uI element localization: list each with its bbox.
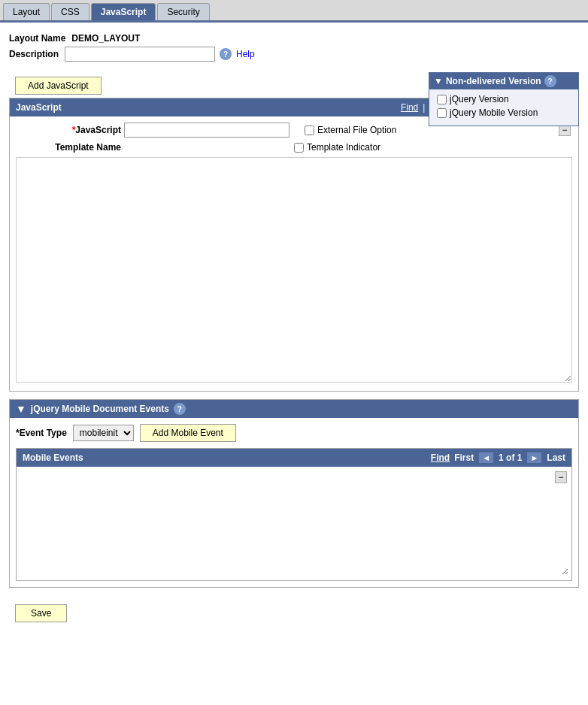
non-delivered-help-icon[interactable]: ? bbox=[544, 75, 556, 87]
jquery-mobile-help-icon[interactable]: ? bbox=[174, 403, 186, 415]
content-area: Layout Name DEMO_LAYOUT Description ? He… bbox=[0, 27, 588, 71]
layout-name-value: DEMO_LAYOUT bbox=[71, 33, 140, 44]
template-indicator-label: Template Indicator bbox=[307, 142, 380, 153]
non-delivered-box: ▼ Non-delivered Version ? jQuery Version… bbox=[429, 72, 579, 126]
mobile-events-body: − bbox=[17, 467, 571, 580]
layout-name-row: Layout Name DEMO_LAYOUT bbox=[9, 33, 579, 44]
non-delivered-title: Non-delivered Version bbox=[446, 76, 541, 86]
template-indicator-row: Template Indicator bbox=[294, 142, 380, 153]
jquery-mobile-section: ▼ jQuery Mobile Document Events ? *Event… bbox=[9, 399, 579, 588]
mobile-events-last-label: Last bbox=[547, 452, 565, 463]
javascript-section-body: − *JavaScript External File Option Templ… bbox=[10, 116, 578, 391]
main-sections: JavaScript Find | View All First ◄ 2 of … bbox=[0, 95, 588, 598]
jquery-mobile-version-checkbox[interactable] bbox=[437, 108, 447, 118]
javascript-input[interactable] bbox=[124, 123, 289, 138]
javascript-section: JavaScript Find | View All First ◄ 2 of … bbox=[9, 98, 579, 392]
javascript-textarea[interactable] bbox=[16, 157, 572, 383]
event-type-label: *Event Type bbox=[16, 428, 67, 438]
external-file-label: External File Option bbox=[317, 125, 396, 135]
mobile-events-section: Mobile Events Find First ◄ 1 of 1 ► Last… bbox=[16, 448, 572, 581]
tab-layout[interactable]: Layout bbox=[3, 3, 50, 20]
jquery-version-checkbox[interactable] bbox=[437, 95, 447, 104]
event-type-select[interactable]: mobileinit bbox=[73, 425, 134, 441]
description-label: Description bbox=[9, 49, 59, 59]
help-link[interactable]: Help bbox=[236, 49, 255, 59]
description-input[interactable] bbox=[65, 47, 215, 62]
tab-css[interactable]: CSS bbox=[51, 3, 89, 20]
tab-javascript[interactable]: JavaScript bbox=[91, 3, 156, 20]
mobile-events-find-link[interactable]: Find bbox=[431, 452, 450, 463]
mobile-events-first-label: First bbox=[454, 452, 474, 463]
external-file-checkbox[interactable] bbox=[305, 126, 314, 135]
javascript-field-label: *JavaScript bbox=[16, 125, 121, 135]
description-row: Description ? Help bbox=[9, 47, 579, 62]
event-type-row: *Event Type mobileinit Add Mobile Event bbox=[16, 424, 572, 442]
tabs-bar: Layout CSS JavaScript Security bbox=[0, 0, 588, 22]
template-name-row: Template Name Template Indicator bbox=[16, 142, 572, 153]
non-delivered-header: ▼ Non-delivered Version ? bbox=[429, 73, 578, 89]
description-help-icon[interactable]: ? bbox=[220, 48, 232, 60]
jquery-mobile-section-body: *Event Type mobileinit Add Mobile Event … bbox=[10, 418, 578, 587]
javascript-section-title: JavaScript bbox=[16, 102, 62, 113]
jquery-mobile-section-title: jQuery Mobile Document Events bbox=[31, 404, 169, 414]
mobile-events-nav-count: 1 of 1 bbox=[499, 452, 522, 463]
jquery-mobile-section-header: ▼ jQuery Mobile Document Events ? bbox=[10, 400, 578, 418]
mobile-events-next-btn[interactable]: ► bbox=[526, 452, 542, 464]
save-button[interactable]: Save bbox=[15, 604, 67, 622]
template-indicator-checkbox[interactable] bbox=[294, 143, 304, 153]
mobile-events-header: Mobile Events Find First ◄ 1 of 1 ► Last bbox=[17, 449, 571, 467]
add-mobile-event-button[interactable]: Add Mobile Event bbox=[140, 424, 236, 442]
layout-name-label: Layout Name bbox=[9, 33, 65, 44]
mobile-events-prev-btn[interactable]: ◄ bbox=[478, 452, 494, 464]
jquery-collapse-arrow-icon[interactable]: ▼ bbox=[16, 403, 26, 415]
jquery-mobile-version-label: jQuery Mobile Version bbox=[450, 107, 538, 118]
jquery-mobile-version-row: jQuery Mobile Version bbox=[437, 107, 571, 118]
jquery-version-label: jQuery Version bbox=[450, 94, 509, 104]
find-link[interactable]: Find bbox=[401, 102, 418, 113]
collapse-mobile-row-button[interactable]: − bbox=[555, 471, 567, 483]
external-file-option-row: External File Option bbox=[305, 125, 396, 135]
tab-security[interactable]: Security bbox=[157, 3, 209, 20]
add-javascript-button[interactable]: Add JavaScript bbox=[15, 77, 102, 95]
mobile-events-textarea[interactable] bbox=[20, 485, 568, 575]
mobile-events-nav: Find First ◄ 1 of 1 ► Last bbox=[431, 452, 565, 464]
collapse-arrow-icon[interactable]: ▼ bbox=[434, 76, 443, 86]
jquery-version-row: jQuery Version bbox=[437, 94, 571, 104]
save-btn-wrapper: Save bbox=[0, 598, 588, 634]
mobile-events-title: Mobile Events bbox=[23, 452, 83, 463]
template-name-label: Template Name bbox=[16, 142, 121, 153]
non-delivered-body: jQuery Version jQuery Mobile Version bbox=[429, 89, 578, 126]
